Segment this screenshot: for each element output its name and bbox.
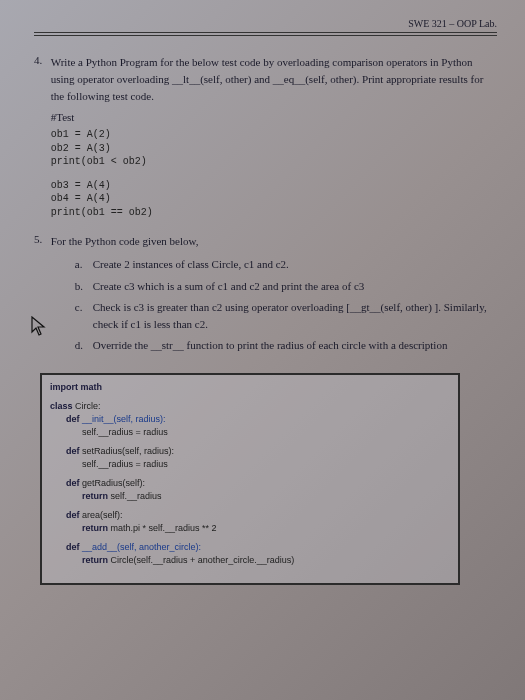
code-l8: area(self): bbox=[82, 510, 123, 520]
q4-body: Write a Python Program for the below tes… bbox=[51, 54, 494, 219]
code-l0: import math bbox=[50, 382, 102, 392]
q5-b-text: Create c3 which is a sum of c1 and c2 an… bbox=[93, 280, 365, 292]
code-ret2: return bbox=[82, 523, 108, 533]
q5-d-text: Override the __str__ function to print t… bbox=[93, 339, 448, 351]
q4-code-block-1: ob1 = A(2) ob2 = A(3) print(ob1 < ob2) bbox=[51, 128, 494, 169]
q5-number: 5. bbox=[34, 233, 48, 245]
q5-item-b: b.Create c3 which is a sum of c1 and c2 … bbox=[75, 278, 494, 295]
label-a: a. bbox=[75, 256, 83, 273]
spacer bbox=[51, 169, 494, 177]
code-def-kw: def bbox=[66, 414, 80, 424]
course-label: SWE 321 – OOP Lab. bbox=[408, 18, 497, 29]
q5-c-text: Check is c3 is greater than c2 using ope… bbox=[93, 301, 487, 330]
q4-prompt: Write a Python Program for the below tes… bbox=[51, 56, 484, 102]
question-5: 5. For the Python code given below, a.Cr… bbox=[34, 233, 497, 359]
code-class-kw: class bbox=[50, 401, 73, 411]
q4-code-block-2: ob3 = A(4) ob4 = A(4) print(ob1 == ob2) bbox=[51, 179, 494, 220]
code-l3: self.__radius = radius bbox=[82, 426, 450, 439]
q4-number: 4. bbox=[34, 54, 48, 66]
code-def-kw5: def bbox=[66, 542, 80, 552]
q4-test-label: #Test bbox=[51, 109, 494, 126]
q5-body: For the Python code given below, a.Creat… bbox=[51, 233, 494, 359]
page-header: SWE 321 – OOP Lab. bbox=[34, 18, 497, 33]
code-def-kw4: def bbox=[66, 510, 80, 520]
code-def-kw3: def bbox=[66, 478, 80, 488]
code-l9b: math.pi * self.__radius ** 2 bbox=[111, 523, 217, 533]
code-ret1: return bbox=[82, 491, 108, 501]
q5-sublist: a.Create 2 instances of class Circle, c1… bbox=[75, 256, 494, 354]
label-b: b. bbox=[75, 278, 83, 295]
code-l11b: Circle(self.__radius + another_circle.__… bbox=[111, 555, 295, 565]
code-l2: __init__(self, radius): bbox=[82, 414, 166, 424]
code-l4: setRadius(self, radius): bbox=[82, 446, 174, 456]
code-def-kw2: def bbox=[66, 446, 80, 456]
q5-prompt: For the Python code given below, bbox=[51, 235, 199, 247]
code-l7b: self.__radius bbox=[111, 491, 162, 501]
q5-a-text: Create 2 instances of class Circle, c1 a… bbox=[93, 258, 289, 270]
code-l10: __add__(self, another_circle): bbox=[82, 542, 201, 552]
code-l6: getRadius(self): bbox=[82, 478, 145, 488]
code-l5: self.__radius = radius bbox=[82, 458, 450, 471]
q5-item-a: a.Create 2 instances of class Circle, c1… bbox=[75, 256, 494, 273]
q5-item-d: d.Override the __str__ function to print… bbox=[75, 337, 494, 354]
question-4: 4. Write a Python Program for the below … bbox=[34, 54, 497, 219]
python-code-box: import math class Circle: def __init__(s… bbox=[40, 373, 460, 586]
header-rule bbox=[34, 35, 497, 36]
code-class-name: Circle: bbox=[75, 401, 101, 411]
code-ret3: return bbox=[82, 555, 108, 565]
label-c: c. bbox=[75, 299, 83, 316]
q5-item-c: c.Check is c3 is greater than c2 using o… bbox=[75, 299, 494, 332]
label-d: d. bbox=[75, 337, 83, 354]
